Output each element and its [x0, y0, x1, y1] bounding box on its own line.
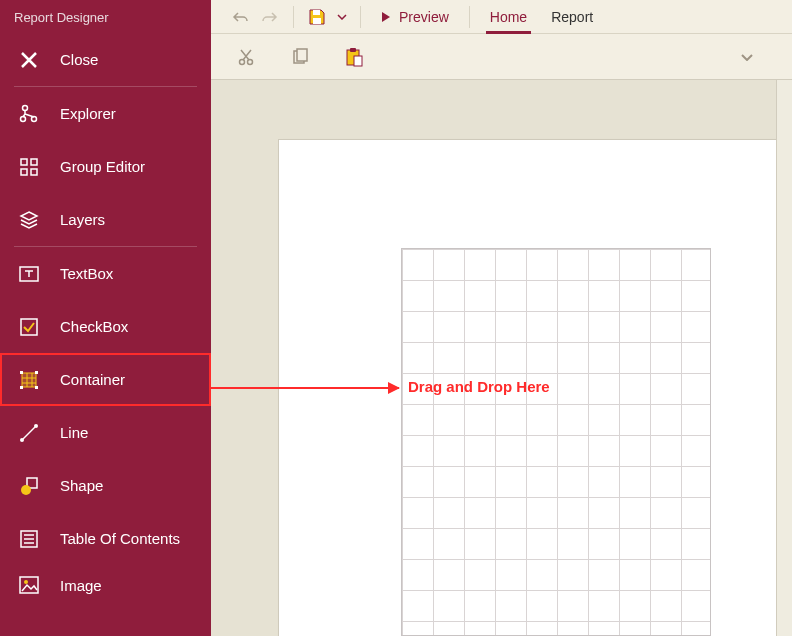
save-button[interactable] — [302, 0, 332, 34]
svg-rect-26 — [297, 49, 307, 61]
svg-rect-6 — [31, 169, 37, 175]
svg-rect-21 — [313, 10, 320, 15]
annotation-label: Drag and Drop Here — [408, 378, 550, 395]
preview-button[interactable]: Preview — [369, 0, 461, 34]
line-icon — [18, 422, 40, 444]
sidebar-item-checkbox[interactable]: CheckBox — [0, 300, 211, 353]
vertical-scrollbar[interactable] — [776, 80, 792, 636]
svg-rect-11 — [35, 371, 38, 374]
svg-rect-22 — [313, 18, 321, 24]
redo-button[interactable] — [255, 0, 285, 34]
tab-label: Report — [551, 9, 593, 25]
undo-button[interactable] — [225, 0, 255, 34]
sidebar-item-label: CheckBox — [60, 318, 128, 335]
svg-rect-3 — [21, 159, 27, 165]
play-icon — [381, 11, 391, 23]
topbar: Preview Home Report — [211, 0, 792, 34]
app-title: Report Designer — [0, 0, 211, 33]
cut-button[interactable] — [231, 42, 261, 72]
svg-rect-10 — [20, 371, 23, 374]
sidebar-item-label: TextBox — [60, 265, 113, 282]
sidebar-item-label: Group Editor — [60, 158, 145, 175]
group-editor-icon — [18, 156, 40, 178]
copy-button[interactable] — [285, 42, 315, 72]
sidebar-item-table-of-contents[interactable]: Table Of Contents — [0, 512, 211, 565]
tab-report[interactable]: Report — [539, 0, 605, 34]
table-of-contents-icon — [18, 528, 40, 550]
svg-point-17 — [21, 485, 31, 495]
image-icon — [18, 574, 40, 596]
sidebar-item-shape[interactable]: Shape — [0, 459, 211, 512]
close-icon — [18, 49, 40, 71]
svg-rect-28 — [350, 48, 356, 52]
svg-rect-12 — [20, 386, 23, 389]
paste-button[interactable] — [339, 42, 369, 72]
shape-icon — [18, 475, 40, 497]
sidebar-item-group-editor[interactable]: Group Editor — [0, 140, 211, 193]
tree-icon — [18, 103, 40, 125]
sidebar: Report Designer Close Explorer Group Edi… — [0, 0, 211, 636]
ribbon-expand-button[interactable] — [732, 42, 762, 72]
sidebar-item-label: Layers — [60, 211, 105, 228]
svg-point-2 — [32, 116, 37, 121]
sidebar-item-label: Shape — [60, 477, 103, 494]
container-icon — [18, 369, 40, 391]
design-canvas[interactable] — [211, 80, 792, 636]
sidebar-item-label: Line — [60, 424, 88, 441]
svg-rect-29 — [354, 56, 362, 66]
sidebar-item-line[interactable]: Line — [0, 406, 211, 459]
sidebar-item-close[interactable]: Close — [0, 33, 211, 86]
svg-rect-4 — [21, 169, 27, 175]
sidebar-item-label: Explorer — [60, 105, 116, 122]
tab-label: Home — [490, 9, 527, 25]
sidebar-item-label: Image — [60, 577, 102, 594]
layers-icon — [18, 209, 40, 231]
checkbox-icon — [18, 316, 40, 338]
sidebar-item-textbox[interactable]: TextBox — [0, 247, 211, 300]
textbox-icon — [18, 263, 40, 285]
preview-label: Preview — [399, 9, 449, 25]
sidebar-item-label: Container — [60, 371, 125, 388]
ribbon — [211, 34, 792, 80]
sidebar-item-label: Close — [60, 51, 98, 68]
svg-point-1 — [21, 116, 26, 121]
toolbar-separator — [360, 6, 361, 28]
save-dropdown-button[interactable] — [332, 0, 352, 34]
svg-rect-13 — [35, 386, 38, 389]
annotation-arrow — [211, 387, 399, 389]
sidebar-item-container[interactable]: Container — [0, 353, 211, 406]
container-drop-zone[interactable] — [401, 248, 711, 636]
tab-home[interactable]: Home — [478, 0, 539, 34]
sidebar-item-label: Table Of Contents — [60, 530, 180, 547]
svg-rect-8 — [21, 319, 37, 335]
sidebar-item-image[interactable]: Image — [0, 565, 211, 605]
sidebar-item-explorer[interactable]: Explorer — [0, 87, 211, 140]
svg-point-0 — [23, 105, 28, 110]
svg-rect-5 — [31, 159, 37, 165]
svg-rect-9 — [22, 373, 36, 387]
sidebar-item-layers[interactable]: Layers — [0, 193, 211, 246]
toolbar-separator — [469, 6, 470, 28]
toolbar-separator — [293, 6, 294, 28]
svg-point-20 — [24, 580, 28, 584]
